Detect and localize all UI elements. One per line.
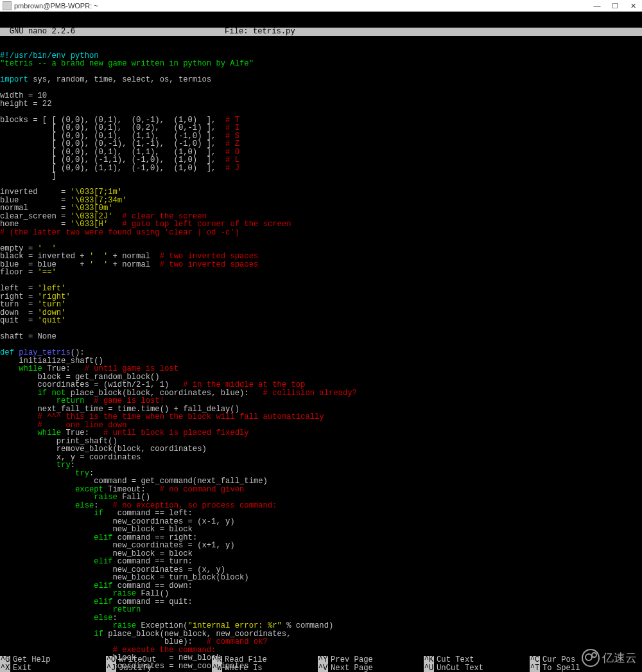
menu-label: WriteOut xyxy=(119,656,157,664)
code-line: ] xyxy=(0,172,56,181)
menu-item-uncut-text[interactable]: ^UUnCut Text xyxy=(424,664,530,673)
menu-item-cut-text[interactable]: ^KCut Text xyxy=(424,656,530,664)
menu-label: Justify xyxy=(119,664,152,673)
menu-item-read-file[interactable]: ^RRead File xyxy=(212,656,318,664)
menu-key: ^J xyxy=(106,664,116,673)
menu-key: ^G xyxy=(0,656,10,664)
menu-item-writeout[interactable]: ^OWriteOut xyxy=(106,656,212,664)
menu-item-exit[interactable]: ^XExit xyxy=(0,664,106,673)
code-line: import sys, random, time, select, os, te… xyxy=(0,75,211,84)
minimize-button[interactable]: — xyxy=(588,0,606,12)
menu-key: ^T xyxy=(530,664,540,673)
menu-label: To Spell xyxy=(542,664,580,673)
watermark: 亿速云 xyxy=(582,649,637,667)
menu-key: ^O xyxy=(106,656,116,664)
code-line: floor = '==' xyxy=(0,268,56,277)
code-line: # (the latter two were found using 'clea… xyxy=(0,228,239,237)
watermark-icon xyxy=(582,649,600,667)
menu-label: Exit xyxy=(13,664,31,673)
maximize-button[interactable]: ☐ xyxy=(606,0,624,12)
menu-item-justify[interactable]: ^JJustify xyxy=(106,664,212,673)
menu-key: ^V xyxy=(318,664,328,673)
nano-header: GNU nano 2.2.6File: tetris.py xyxy=(0,28,642,36)
code-line: quit = 'quit' xyxy=(0,316,65,325)
menu-key: ^Y xyxy=(318,656,328,664)
menu-label: Prev Page xyxy=(331,656,373,664)
code-line: shaft = None xyxy=(0,332,56,341)
terminal-viewport[interactable]: GNU nano 2.2.6File: tetris.py #!/usr/bin… xyxy=(0,12,642,672)
menu-label: Where Is xyxy=(225,664,263,673)
menu-key: ^R xyxy=(212,656,222,664)
nano-version: GNU nano 2.2.6 xyxy=(0,28,225,36)
menu-label: UnCut Text xyxy=(437,664,483,673)
menu-label: Next Page xyxy=(331,664,373,673)
app-icon xyxy=(3,1,12,10)
nano-menu: ^GGet Help^OWriteOut^RRead File^YPrev Pa… xyxy=(0,656,642,672)
menu-item-where-is[interactable]: ^WWhere Is xyxy=(212,664,318,673)
menu-key: ^U xyxy=(424,664,434,673)
menu-item-next-page[interactable]: ^VNext Page xyxy=(318,664,424,673)
close-button[interactable]: ✕ xyxy=(624,0,642,12)
menu-label: Cut Text xyxy=(437,656,474,664)
editor-content: GNU nano 2.2.6File: tetris.py #!/usr/bin… xyxy=(0,20,642,671)
window-title: pmbrown@PMB-WOPR: ~ xyxy=(14,2,588,10)
window-controls: — ☐ ✕ xyxy=(588,0,642,12)
menu-key: ^W xyxy=(212,664,222,673)
menu-item-get-help[interactable]: ^GGet Help xyxy=(0,656,106,664)
menu-label: Read File xyxy=(225,656,267,664)
code-line: height = 22 xyxy=(0,100,51,109)
menu-label: Cur Pos xyxy=(542,656,575,664)
menu-item-prev-page[interactable]: ^YPrev Page xyxy=(318,656,424,664)
menu-key: ^C xyxy=(530,656,540,664)
window-titlebar: pmbrown@PMB-WOPR: ~ — ☐ ✕ xyxy=(0,0,642,12)
menu-key: ^X xyxy=(0,664,10,673)
nano-filename: File: tetris.py xyxy=(225,28,642,36)
menu-key: ^K xyxy=(424,656,434,664)
menu-label: Get Help xyxy=(13,656,51,664)
watermark-text: 亿速云 xyxy=(602,654,637,662)
code-docstring: "tetris -- a brand new game written in p… xyxy=(0,59,254,68)
